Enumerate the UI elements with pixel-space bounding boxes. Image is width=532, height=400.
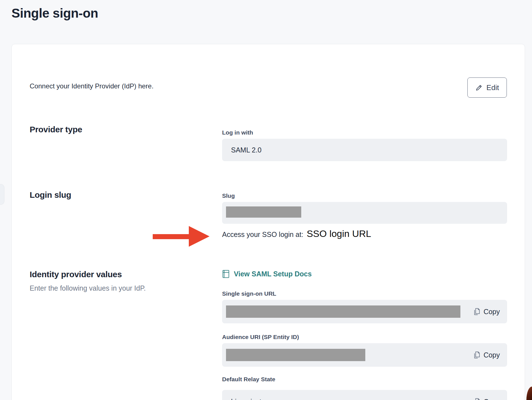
sso-url-field: Copy [222,300,507,323]
saml-docs-link[interactable]: View SAML Setup Docs [222,270,312,278]
sso-url-label: Single sign-on URL [222,290,276,297]
saml-docs-link-label: View SAML Setup Docs [234,270,312,278]
login-with-label: Log in with [222,129,253,136]
redacted-sso-url-value [226,305,460,318]
sso-card: Connect your Identity Provider (IdP) her… [11,44,525,400]
idp-values-subheading: Enter the following values in your IdP. [30,284,146,292]
corner-graphic [526,387,532,400]
slug-field [222,202,507,224]
slug-label: Slug [222,192,235,199]
left-edge-handle [0,184,4,205]
default-relay-state-label: Default Relay State [222,376,275,383]
access-login-text: Access your SSO login at: [222,230,303,238]
edit-button[interactable]: Edit [467,77,507,98]
page-title: Single sign-on [11,6,98,21]
redacted-audience-uri-value [226,349,365,361]
sso-settings-page: Single sign-on Connect your Identity Pro… [0,0,532,400]
copy-button-label: Copy [484,351,500,359]
provider-type-value: SAML 2.0 [222,139,507,161]
section-heading-login-slug: Login slug [30,190,71,200]
book-icon [222,270,230,278]
intro-text: Connect your Identity Provider (IdP) her… [30,82,154,90]
provider-type-field: SAML 2.0 [222,139,507,161]
sso-login-url-link[interactable]: SSO login URL [307,228,371,239]
copy-icon [473,307,481,316]
access-login-row: Access your SSO login at:SSO login URL [222,228,371,239]
copy-icon [473,397,481,400]
copy-audience-uri-button[interactable]: Copy [473,343,500,367]
default-relay-state-value: bigproject [222,390,507,400]
edit-button-label: Edit [486,83,499,92]
section-heading-provider-type: Provider type [30,125,82,134]
red-arrow-icon [153,225,211,248]
redacted-slug-value [226,206,301,218]
audience-uri-field: Copy [222,343,507,367]
default-relay-state-field: bigproject Copy [222,390,507,400]
copy-icon [473,351,481,359]
copy-button-label: Copy [484,398,500,400]
audience-uri-label: Audience URI (SP Entity ID) [222,334,299,340]
section-heading-idp-values: Identity provider values [30,270,122,279]
copy-sso-url-button[interactable]: Copy [473,300,500,323]
copy-button-label: Copy [484,308,500,316]
pencil-icon [475,84,483,91]
copy-relay-state-button[interactable]: Copy [473,390,500,400]
